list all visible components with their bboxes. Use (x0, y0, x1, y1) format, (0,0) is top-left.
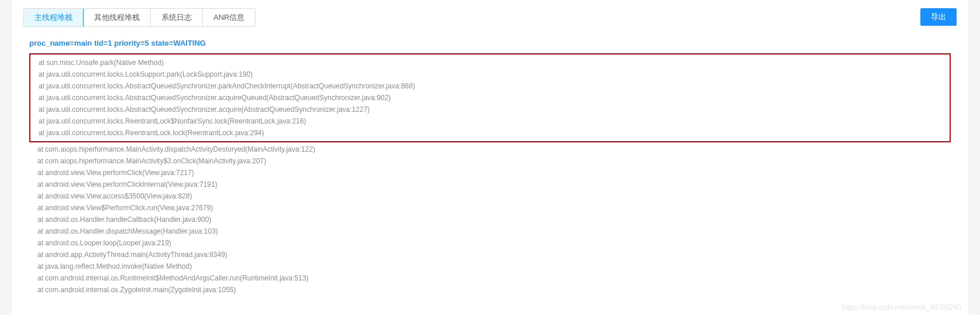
trace-line: at com.android.internal.os.ZygoteInit.ma… (29, 284, 951, 296)
watermark: https://blog.csdn.net/weixin_44708240 (842, 303, 961, 311)
page-container: 主线程堆栈 其他线程堆栈 系统日志 ANR信息 导出 proc_name=mai… (12, 0, 968, 315)
tab-anr-info[interactable]: ANR信息 (203, 9, 255, 26)
trace-line: at java.util.concurrent.locks.LockSuppor… (30, 69, 950, 80)
trace-line: at java.util.concurrent.locks.ReentrantL… (30, 127, 950, 139)
trace-line: at android.view.View.access$3500(View.ja… (29, 190, 951, 202)
top-row: 主线程堆栈 其他线程堆栈 系统日志 ANR信息 导出 (23, 8, 957, 27)
export-button[interactable]: 导出 (920, 8, 957, 26)
trace-line: at java.lang.reflect.Method.invoke(Nativ… (29, 261, 951, 272)
tab-main-thread-stack[interactable]: 主线程堆栈 (24, 9, 84, 26)
trace-line: at java.util.concurrent.locks.AbstractQu… (30, 104, 950, 115)
trace-line: at com.android.internal.os.RuntimeInit$M… (29, 272, 951, 284)
trace-line: at android.view.View.performClick(View.j… (29, 167, 951, 179)
tab-bar: 主线程堆栈 其他线程堆栈 系统日志 ANR信息 (23, 8, 256, 27)
trace-line: at android.os.Looper.loop(Looper.java:21… (29, 237, 951, 249)
trace-line: at sun.misc.Unsafe.park(Native Method) (30, 57, 950, 69)
trace-line: at com.aiops.hiperformance.MainActivity.… (29, 143, 951, 155)
trace-line: at android.os.Handler.dispatchMessage(Ha… (29, 225, 951, 237)
trace-line: at com.aiops.hiperformance.MainActivity$… (29, 155, 951, 167)
trace-line: at android.os.Handler.handleCallback(Han… (29, 214, 951, 225)
trace-line: at android.app.ActivityThread.main(Activ… (29, 249, 951, 261)
highlighted-trace-box: at sun.misc.Unsafe.park(Native Method) a… (29, 53, 951, 142)
tab-system-log[interactable]: 系统日志 (151, 9, 203, 26)
content-area: proc_name=main tid=1 priority=5 state=WA… (23, 39, 957, 296)
thread-header: proc_name=main tid=1 priority=5 state=WA… (29, 39, 951, 47)
tab-other-thread-stack[interactable]: 其他线程堆栈 (84, 9, 151, 26)
trace-line: at java.util.concurrent.locks.AbstractQu… (30, 80, 950, 92)
trace-line: at java.util.concurrent.locks.ReentrantL… (30, 115, 950, 127)
trace-line: at java.util.concurrent.locks.AbstractQu… (30, 92, 950, 104)
trace-line: at android.view.View$PerformClick.run(Vi… (29, 202, 951, 214)
trace-line: at android.view.View.performClickInterna… (29, 179, 951, 190)
